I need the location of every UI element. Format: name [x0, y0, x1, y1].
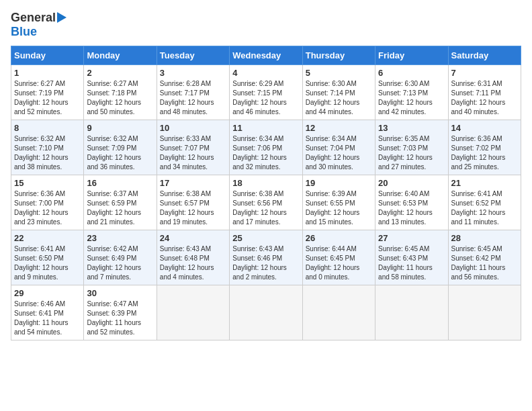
day-number: 24 [160, 233, 226, 243]
day-info: Sunrise: 6:35 AM Sunset: 7:03 PM Dayligh… [378, 134, 445, 172]
day-number: 19 [306, 178, 372, 188]
day-number: 30 [87, 288, 153, 298]
calendar-day-header-friday: Friday [375, 46, 448, 65]
calendar-cell: 17Sunrise: 6:38 AM Sunset: 6:57 PM Dayli… [157, 175, 229, 230]
day-number: 23 [87, 233, 153, 243]
calendar-cell [230, 285, 302, 340]
day-info: Sunrise: 6:36 AM Sunset: 7:00 PM Dayligh… [14, 189, 81, 227]
calendar-cell: 24Sunrise: 6:43 AM Sunset: 6:48 PM Dayli… [157, 230, 229, 285]
logo-arrow-icon [57, 12, 66, 23]
calendar-cell: 2Sunrise: 6:27 AM Sunset: 7:18 PM Daylig… [84, 65, 157, 120]
calendar-header-row: SundayMondayTuesdayWednesdayThursdayFrid… [11, 46, 521, 65]
calendar-cell: 7Sunrise: 6:31 AM Sunset: 7:11 PM Daylig… [448, 65, 521, 120]
day-number: 25 [232, 233, 299, 243]
calendar-cell [302, 285, 375, 340]
calendar-cell: 16Sunrise: 6:37 AM Sunset: 6:59 PM Dayli… [84, 175, 157, 230]
calendar-cell: 29Sunrise: 6:46 AM Sunset: 6:41 PM Dayli… [11, 285, 84, 340]
day-number: 17 [160, 178, 226, 188]
day-info: Sunrise: 6:36 AM Sunset: 7:02 PM Dayligh… [451, 134, 518, 172]
day-number: 18 [232, 178, 299, 188]
calendar-cell: 20Sunrise: 6:40 AM Sunset: 6:53 PM Dayli… [375, 175, 448, 230]
calendar-cell: 9Sunrise: 6:32 AM Sunset: 7:09 PM Daylig… [84, 120, 157, 175]
day-number: 2 [87, 68, 153, 78]
day-info: Sunrise: 6:32 AM Sunset: 7:10 PM Dayligh… [14, 134, 81, 172]
logo-text-general: General [11, 11, 56, 25]
day-number: 14 [451, 123, 518, 133]
day-info: Sunrise: 6:39 AM Sunset: 6:55 PM Dayligh… [306, 189, 372, 227]
day-info: Sunrise: 6:38 AM Sunset: 6:56 PM Dayligh… [232, 189, 299, 227]
day-info: Sunrise: 6:42 AM Sunset: 6:49 PM Dayligh… [87, 244, 153, 282]
calendar-cell: 1Sunrise: 6:27 AM Sunset: 7:19 PM Daylig… [11, 65, 84, 120]
day-number: 5 [306, 68, 372, 78]
day-info: Sunrise: 6:31 AM Sunset: 7:11 PM Dayligh… [451, 79, 518, 117]
day-number: 21 [451, 178, 518, 188]
calendar-cell [375, 285, 448, 340]
day-number: 8 [14, 123, 81, 133]
calendar-table: SundayMondayTuesdayWednesdayThursdayFrid… [11, 46, 521, 340]
calendar-week-row: 29Sunrise: 6:46 AM Sunset: 6:41 PM Dayli… [11, 285, 521, 340]
calendar-day-header-sunday: Sunday [11, 46, 84, 65]
calendar-cell: 10Sunrise: 6:33 AM Sunset: 7:07 PM Dayli… [157, 120, 229, 175]
calendar-cell: 11Sunrise: 6:34 AM Sunset: 7:06 PM Dayli… [230, 120, 302, 175]
calendar-cell: 22Sunrise: 6:41 AM Sunset: 6:50 PM Dayli… [11, 230, 84, 285]
calendar-cell: 6Sunrise: 6:30 AM Sunset: 7:13 PM Daylig… [375, 65, 448, 120]
day-number: 28 [451, 233, 518, 243]
day-number: 20 [378, 178, 445, 188]
day-info: Sunrise: 6:27 AM Sunset: 7:19 PM Dayligh… [14, 79, 81, 117]
day-info: Sunrise: 6:40 AM Sunset: 6:53 PM Dayligh… [378, 189, 445, 227]
day-number: 15 [14, 178, 81, 188]
day-info: Sunrise: 6:37 AM Sunset: 6:59 PM Dayligh… [87, 189, 153, 227]
calendar-week-row: 8Sunrise: 6:32 AM Sunset: 7:10 PM Daylig… [11, 120, 521, 175]
day-info: Sunrise: 6:34 AM Sunset: 7:06 PM Dayligh… [232, 134, 299, 172]
calendar-cell [157, 285, 229, 340]
calendar-day-header-saturday: Saturday [448, 46, 521, 65]
day-info: Sunrise: 6:47 AM Sunset: 6:39 PM Dayligh… [87, 300, 153, 337]
day-number: 10 [160, 123, 226, 133]
calendar-week-row: 1Sunrise: 6:27 AM Sunset: 7:19 PM Daylig… [11, 65, 521, 120]
page-header: General Blue [11, 11, 521, 39]
day-info: Sunrise: 6:44 AM Sunset: 6:45 PM Dayligh… [306, 244, 372, 282]
day-info: Sunrise: 6:45 AM Sunset: 6:43 PM Dayligh… [378, 244, 445, 282]
calendar-day-header-tuesday: Tuesday [157, 46, 229, 65]
day-info: Sunrise: 6:46 AM Sunset: 6:41 PM Dayligh… [14, 300, 81, 337]
day-info: Sunrise: 6:41 AM Sunset: 6:50 PM Dayligh… [14, 244, 81, 282]
day-info: Sunrise: 6:43 AM Sunset: 6:48 PM Dayligh… [160, 244, 226, 282]
calendar-cell: 18Sunrise: 6:38 AM Sunset: 6:56 PM Dayli… [230, 175, 302, 230]
calendar-cell: 15Sunrise: 6:36 AM Sunset: 7:00 PM Dayli… [11, 175, 84, 230]
day-number: 12 [306, 123, 372, 133]
day-number: 9 [87, 123, 153, 133]
calendar-cell: 13Sunrise: 6:35 AM Sunset: 7:03 PM Dayli… [375, 120, 448, 175]
day-info: Sunrise: 6:27 AM Sunset: 7:18 PM Dayligh… [87, 79, 153, 117]
day-info: Sunrise: 6:41 AM Sunset: 6:52 PM Dayligh… [451, 189, 518, 227]
calendar-cell: 26Sunrise: 6:44 AM Sunset: 6:45 PM Dayli… [302, 230, 375, 285]
day-info: Sunrise: 6:29 AM Sunset: 7:15 PM Dayligh… [232, 79, 299, 117]
calendar-cell: 30Sunrise: 6:47 AM Sunset: 6:39 PM Dayli… [84, 285, 157, 340]
day-number: 3 [160, 68, 226, 78]
calendar-cell: 25Sunrise: 6:43 AM Sunset: 6:46 PM Dayli… [230, 230, 302, 285]
calendar-cell: 3Sunrise: 6:28 AM Sunset: 7:17 PM Daylig… [157, 65, 229, 120]
day-info: Sunrise: 6:45 AM Sunset: 6:42 PM Dayligh… [451, 244, 518, 282]
day-number: 4 [232, 68, 299, 78]
day-number: 27 [378, 233, 445, 243]
day-info: Sunrise: 6:33 AM Sunset: 7:07 PM Dayligh… [160, 134, 226, 172]
day-number: 11 [232, 123, 299, 133]
calendar-week-row: 15Sunrise: 6:36 AM Sunset: 7:00 PM Dayli… [11, 175, 521, 230]
day-number: 6 [378, 68, 445, 78]
calendar-cell: 5Sunrise: 6:30 AM Sunset: 7:14 PM Daylig… [302, 65, 375, 120]
calendar-cell [448, 285, 521, 340]
calendar-week-row: 22Sunrise: 6:41 AM Sunset: 6:50 PM Dayli… [11, 230, 521, 285]
day-info: Sunrise: 6:30 AM Sunset: 7:14 PM Dayligh… [306, 79, 372, 117]
day-info: Sunrise: 6:28 AM Sunset: 7:17 PM Dayligh… [160, 79, 226, 117]
day-number: 16 [87, 178, 153, 188]
calendar-cell: 23Sunrise: 6:42 AM Sunset: 6:49 PM Dayli… [84, 230, 157, 285]
day-number: 1 [14, 68, 81, 78]
calendar-cell: 27Sunrise: 6:45 AM Sunset: 6:43 PM Dayli… [375, 230, 448, 285]
calendar-cell: 8Sunrise: 6:32 AM Sunset: 7:10 PM Daylig… [11, 120, 84, 175]
day-number: 13 [378, 123, 445, 133]
day-info: Sunrise: 6:30 AM Sunset: 7:13 PM Dayligh… [378, 79, 445, 117]
day-number: 29 [14, 288, 81, 298]
calendar-cell: 4Sunrise: 6:29 AM Sunset: 7:15 PM Daylig… [230, 65, 302, 120]
day-number: 26 [306, 233, 372, 243]
day-info: Sunrise: 6:43 AM Sunset: 6:46 PM Dayligh… [232, 244, 299, 282]
day-number: 7 [451, 68, 518, 78]
